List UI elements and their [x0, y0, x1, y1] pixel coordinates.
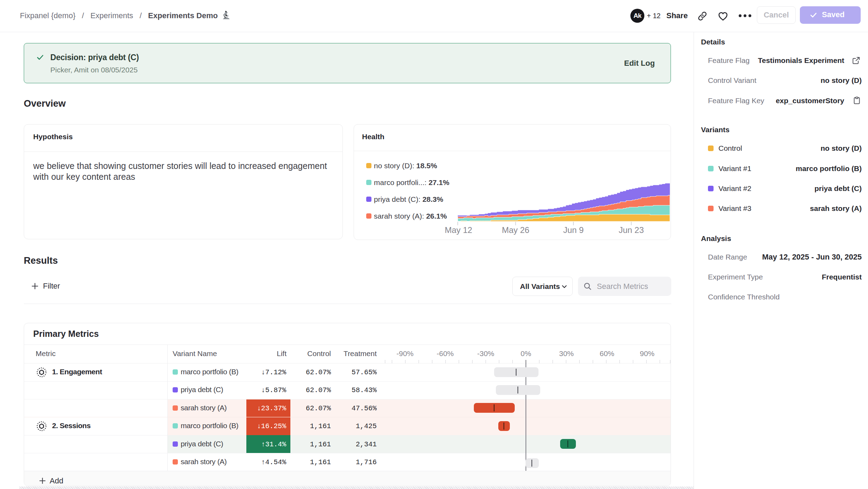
svg-text:May 12: May 12: [445, 225, 472, 235]
svg-text:May 26: May 26: [502, 225, 529, 235]
svg-text:Jun 23: Jun 23: [619, 225, 644, 235]
svg-text:Jun 9: Jun 9: [563, 225, 584, 235]
